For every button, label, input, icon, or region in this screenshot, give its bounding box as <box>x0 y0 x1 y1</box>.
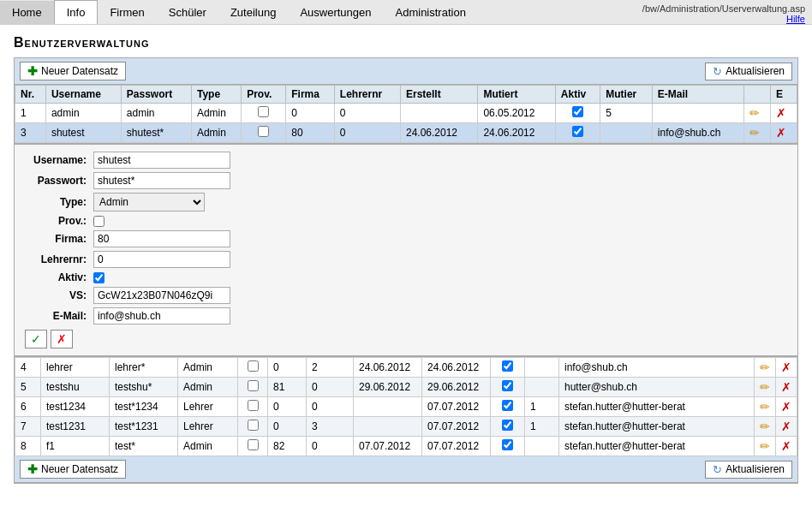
cancel-button[interactable]: ✗ <box>51 330 73 348</box>
table-row: 8 f1 test* Admin 82 0 07.07.2012 07.07.2… <box>15 437 797 456</box>
prov-checkbox[interactable] <box>248 380 259 391</box>
main-content: ✚ Neuer Datensatz ↻ Aktualisieren Nr. Us… <box>0 57 812 497</box>
firma-label: Firma: <box>25 233 93 245</box>
form-row-vs: VS: <box>25 287 787 304</box>
cell-edit[interactable]: ✏ <box>755 397 776 417</box>
prov-checkbox[interactable] <box>248 420 259 431</box>
edit-icon[interactable]: ✏ <box>760 400 770 414</box>
vs-input[interactable] <box>93 287 230 304</box>
aktiv-checkbox[interactable] <box>572 126 583 137</box>
cell-mutier <box>525 378 559 397</box>
table-row: 6 test1234 test*1234 Lehrer 0 0 07.07.20… <box>15 397 797 417</box>
toolbar-right: ↻ Aktualisieren <box>705 63 792 80</box>
edit-icon[interactable]: ✏ <box>760 360 770 374</box>
cell-edit[interactable]: ✏ <box>755 417 776 437</box>
lehrernr-label: Lehrernr: <box>25 253 93 265</box>
hilfe-link[interactable]: Hilfe <box>786 14 805 24</box>
aktiv-checkbox[interactable] <box>572 106 583 117</box>
cell-mutiert: 07.07.2012 <box>422 397 491 417</box>
aktiv-checkbox[interactable] <box>502 420 513 431</box>
cell-nr: 6 <box>15 397 41 417</box>
edit-icon[interactable]: ✏ <box>749 126 760 140</box>
cell-lehrernr: 0 <box>334 104 400 123</box>
nav-administration[interactable]: Administration <box>384 1 478 24</box>
new-record-button-bottom[interactable]: ✚ Neuer Datensatz <box>20 460 126 479</box>
lehrernr-input[interactable] <box>93 251 230 268</box>
edit-icon[interactable]: ✏ <box>760 439 770 453</box>
delete-icon[interactable]: ✗ <box>776 126 786 140</box>
edit-icon[interactable]: ✏ <box>749 106 760 120</box>
cell-delete[interactable]: ✗ <box>770 104 797 123</box>
toolbar-bottom-right: ↻ Aktualisieren <box>705 461 792 479</box>
delete-icon[interactable]: ✗ <box>776 106 786 120</box>
cell-edit[interactable]: ✏ <box>755 378 776 397</box>
nav-zuteilung[interactable]: Zuteilung <box>218 1 288 24</box>
col-mutiert: Mutiert <box>478 86 555 104</box>
prov-checkbox-form[interactable] <box>93 216 104 227</box>
delete-icon[interactable]: ✗ <box>781 400 791 414</box>
type-select[interactable]: Admin Lehrer Schüler <box>93 193 205 211</box>
aktiv-checkbox-form[interactable] <box>93 272 104 283</box>
firma-input[interactable] <box>93 230 230 247</box>
refresh-button-bottom[interactable]: ↻ Aktualisieren <box>705 461 792 479</box>
prov-checkbox[interactable] <box>248 400 259 411</box>
save-button[interactable]: ✓ <box>25 330 47 348</box>
aktiv-checkbox[interactable] <box>502 439 513 450</box>
table-row: 5 testshu testshu* Admin 81 0 29.06.2012… <box>15 378 797 397</box>
prov-checkbox[interactable] <box>248 360 259 372</box>
aktiv-checkbox[interactable] <box>502 360 513 372</box>
aktiv-checkbox[interactable] <box>502 380 513 391</box>
cell-mutier <box>525 358 559 378</box>
col-type: Type <box>191 86 241 104</box>
email-input[interactable] <box>93 307 230 325</box>
cell-username: testshu <box>41 378 110 397</box>
new-record-button-top[interactable]: ✚ Neuer Datensatz <box>20 62 126 80</box>
refresh-icon-top: ↻ <box>713 65 722 78</box>
cell-username: lehrer <box>41 358 110 378</box>
top-toolbar: ✚ Neuer Datensatz ↻ Aktualisieren <box>15 58 797 85</box>
prov-checkbox[interactable] <box>258 126 269 137</box>
nav-auswertungen[interactable]: Auswertungen <box>288 1 383 24</box>
aktiv-checkbox[interactable] <box>502 400 513 411</box>
cell-delete[interactable]: ✗ <box>776 358 797 378</box>
cell-delete[interactable]: ✗ <box>776 417 797 437</box>
cell-delete[interactable]: ✗ <box>776 437 797 456</box>
username-input[interactable] <box>93 152 230 169</box>
passwort-input[interactable] <box>93 172 230 189</box>
edit-icon[interactable]: ✏ <box>760 380 770 394</box>
cell-lehrernr: 0 <box>307 378 354 397</box>
cell-aktiv <box>491 417 525 437</box>
cell-delete[interactable]: ✗ <box>776 397 797 417</box>
cell-edit[interactable]: ✏ <box>755 358 776 378</box>
data-table: Nr. Username Passwort Type Prov. Firma L… <box>15 85 797 143</box>
cell-mutiert: 29.06.2012 <box>422 378 491 397</box>
cell-type: Admin <box>191 123 241 143</box>
cell-firma: 0 <box>268 397 307 417</box>
email-label: E-Mail: <box>25 310 93 322</box>
nav-firmen[interactable]: Firmen <box>98 1 156 24</box>
table-row: 7 test1231 test*1231 Lehrer 0 3 07.07.20… <box>15 417 797 437</box>
prov-checkbox[interactable] <box>258 106 269 117</box>
cell-edit[interactable]: ✏ <box>755 437 776 456</box>
form-buttons: ✓ ✗ <box>25 330 787 348</box>
refresh-button-top[interactable]: ↻ Aktualisieren <box>705 63 792 80</box>
delete-icon[interactable]: ✗ <box>781 360 791 374</box>
cell-delete[interactable]: ✗ <box>776 378 797 397</box>
nav-home[interactable]: Home <box>0 1 54 24</box>
new-record-label-bottom: Neuer Datensatz <box>41 463 118 475</box>
cell-aktiv <box>555 104 600 123</box>
cell-delete[interactable]: ✗ <box>770 123 797 143</box>
delete-icon[interactable]: ✗ <box>781 420 791 433</box>
cell-lehrernr: 0 <box>307 437 354 456</box>
delete-icon[interactable]: ✗ <box>781 380 791 394</box>
cell-type: Lehrer <box>178 417 238 437</box>
cell-nr: 4 <box>15 358 41 378</box>
cell-edit[interactable]: ✏ <box>744 104 771 123</box>
nav-schueler[interactable]: Schüler <box>157 1 218 24</box>
cell-edit[interactable]: ✏ <box>744 123 771 143</box>
edit-icon[interactable]: ✏ <box>760 420 770 433</box>
nav-info[interactable]: Info <box>54 0 99 24</box>
delete-icon[interactable]: ✗ <box>781 439 791 453</box>
cell-prov <box>238 358 268 378</box>
prov-checkbox[interactable] <box>248 439 259 450</box>
